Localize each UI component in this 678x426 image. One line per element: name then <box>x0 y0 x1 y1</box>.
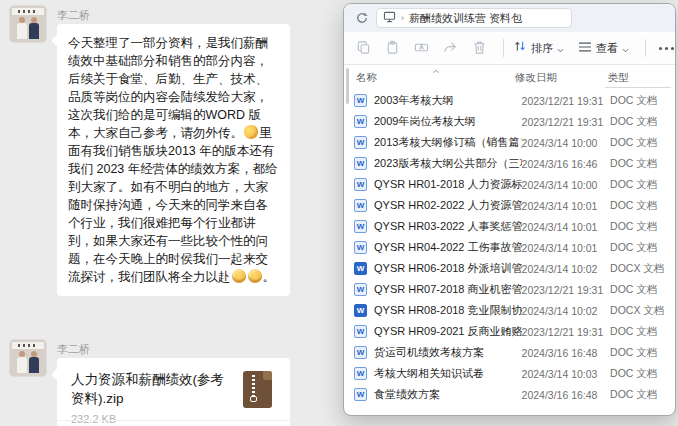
card-divider <box>57 420 290 421</box>
sort-ascending-icon <box>432 64 440 76</box>
table-row[interactable]: 2003年考核大纲2023/12/21 19:31DOC 文档 <box>354 90 671 111</box>
file-date: 2024/3/14 10:03 <box>522 368 611 380</box>
file-type: DOC 文档 <box>610 388 671 402</box>
table-row[interactable]: QYSR HR04-2022 工伤事故管理细则- ok2024/3/14 10:… <box>354 237 671 258</box>
explorer-toolbar: 排序 查看 <box>344 32 675 65</box>
file-date: 2024/3/16 16:46 <box>522 158 611 170</box>
word-doc-icon <box>354 304 367 317</box>
table-row[interactable]: 2009年岗位考核大纲2023/12/21 19:31DOC 文档 <box>354 111 671 132</box>
file-name: 2003年考核大纲 <box>374 93 522 108</box>
avatar-banner <box>12 8 44 15</box>
table-row[interactable]: QYSR HR03-2022 人事奖惩管理细则-ok2024/3/14 10:0… <box>354 216 671 237</box>
table-row[interactable]: QYSR HR08-2018 竞业限制协议2024/3/14 10:02DOCX… <box>354 300 671 321</box>
word-doc-icon <box>354 325 367 338</box>
file-name: QYSR HR04-2022 工伤事故管理细则- ok <box>374 240 522 255</box>
file-attachment-card[interactable]: 人力资源和薪酬绩效(参考资料).zip 232.2 KB <box>57 358 290 426</box>
breadcrumb: 薪酬绩效训练营 资料包 <box>409 11 522 26</box>
sort-button[interactable]: 排序 <box>513 39 564 57</box>
word-doc-icon <box>354 157 367 170</box>
word-doc-icon <box>354 241 367 254</box>
chevron-down-icon <box>557 39 564 57</box>
more-options-icon[interactable] <box>659 47 674 50</box>
file-date: 2023/12/21 19:31 <box>522 116 611 128</box>
rename-icon[interactable] <box>414 40 430 56</box>
word-doc-icon <box>354 262 367 275</box>
table-row[interactable]: 2023版考核大纲公共部分（三项基础考...2024/3/16 16:46DOC… <box>354 153 671 174</box>
table-row[interactable]: 2013考核大纲修订稿（销售篇）2024/3/14 10:00DOC 文档 <box>354 132 671 153</box>
folded-hands-emoji <box>243 124 259 140</box>
word-doc-icon <box>354 283 367 296</box>
wechat-chat-pane: 李二桥 今天整理了一部分资料，是我们薪酬绩效中基础部分和销售的部分内容，后续关于… <box>0 0 343 426</box>
word-doc-icon <box>354 220 367 233</box>
sort-label: 排序 <box>531 41 553 56</box>
paste-icon[interactable] <box>385 40 401 56</box>
file-date: 2024/3/14 10:02 <box>522 305 611 317</box>
chevron-down-icon <box>622 39 629 57</box>
view-label: 查看 <box>596 41 618 56</box>
table-row[interactable]: 货运司机绩效考核方案2024/3/16 16:48DOC 文档 <box>354 342 671 363</box>
sender-avatar[interactable] <box>10 6 46 42</box>
file-type: DOC 文档 <box>610 367 671 381</box>
refresh-icon[interactable] <box>353 9 371 27</box>
file-date: 2024/3/16 16:48 <box>522 389 611 401</box>
file-date: 2024/3/14 10:00 <box>522 137 611 149</box>
chat-message-text: 今天整理了一部分资料，是我们薪酬绩效中基础部分和销售的部分内容，后续关于食堂、后… <box>68 34 279 286</box>
file-name: 考核大纲相关知识试卷 <box>374 366 522 381</box>
file-type: DOC 文档 <box>610 115 671 129</box>
file-explorer-window: › 薪酬绩效训练营 资料包 排序 <box>343 3 676 416</box>
file-date: 2024/3/14 10:02 <box>522 263 611 275</box>
file-name: QYSR HR06-2018 外派培训管理细则 -ok <box>374 261 522 276</box>
file-date: 2024/3/14 10:00 <box>522 179 611 191</box>
file-date: 2024/3/16 16:48 <box>522 347 611 359</box>
address-bar[interactable]: › 薪酬绩效训练营 资料包 <box>376 8 572 28</box>
file-name: QYSR HR02-2022 人力资源管理规范 <box>374 198 522 213</box>
avatar-person-right <box>29 357 39 373</box>
table-row[interactable]: QYSR HR06-2018 外派培训管理细则 -ok2024/3/14 10:… <box>354 258 671 279</box>
avatar-banner <box>12 342 44 349</box>
table-row[interactable]: 食堂绩效方案2024/3/16 16:48DOC 文档 <box>354 384 671 405</box>
file-type: DOC 文档 <box>610 199 671 213</box>
file-date: 2023/12/21 19:31 <box>522 284 611 296</box>
word-doc-icon <box>354 115 367 128</box>
file-name: 食堂绩效方案 <box>374 387 522 402</box>
view-button[interactable]: 查看 <box>578 39 629 57</box>
file-name: 2013考核大纲修订稿（销售篇） <box>374 135 522 150</box>
table-row[interactable]: 考核大纲相关知识试卷2024/3/14 10:03DOC 文档 <box>354 363 671 384</box>
share-icon[interactable] <box>443 40 459 56</box>
table-row[interactable]: QYSR HR07-2018 商业机密管理规范2023/12/21 19:31D… <box>354 279 671 300</box>
column-header-type[interactable]: 类型 <box>607 71 671 85</box>
column-headers: 名称 修改日期 类型 <box>354 68 671 88</box>
file-date: 2024/3/14 10:01 <box>522 221 611 233</box>
breadcrumb-separator: › <box>401 13 404 23</box>
file-type: DOC 文档 <box>610 241 671 255</box>
table-row[interactable]: QYSR HR01-2018 人力资源标准2024/3/14 10:00DOC … <box>354 174 671 195</box>
toolbar-separator <box>645 39 646 57</box>
word-doc-icon <box>354 388 367 401</box>
table-row[interactable]: QYSR HR09-2021 反商业贿赂管理细则2023/12/21 19:31… <box>354 321 671 342</box>
file-name: QYSR HR01-2018 人力资源标准 <box>374 177 522 192</box>
column-header-date[interactable]: 修改日期 <box>515 71 607 85</box>
scrollbar-thumb[interactable] <box>346 68 349 104</box>
explorer-titlebar: › 薪酬绩效训练营 资料包 <box>344 4 675 32</box>
file-date: 2023/12/21 19:31 <box>522 95 611 107</box>
this-pc-icon <box>383 9 396 27</box>
file-name: QYSR HR09-2021 反商业贿赂管理细则 <box>374 324 522 339</box>
avatar-person-left <box>17 357 27 373</box>
avatar-person-right <box>29 23 39 39</box>
sender-avatar[interactable] <box>10 340 46 376</box>
word-doc-icon <box>354 178 367 191</box>
sender-name: 李二桥 <box>57 342 90 357</box>
view-list-icon <box>578 39 592 57</box>
file-type: DOC 文档 <box>610 157 671 171</box>
column-header-name[interactable]: 名称 <box>354 71 515 85</box>
word-doc-icon <box>354 346 367 359</box>
file-type: DOCX 文档 <box>610 262 671 276</box>
zip-file-icon <box>243 371 272 408</box>
file-date: 2024/3/14 10:01 <box>522 242 611 254</box>
file-name: 2009年岗位考核大纲 <box>374 114 522 129</box>
file-name: QYSR HR03-2022 人事奖惩管理细则-ok <box>374 219 522 234</box>
file-type: DOC 文档 <box>610 283 671 297</box>
copy-icon[interactable] <box>356 40 372 56</box>
table-row[interactable]: QYSR HR02-2022 人力资源管理规范2024/3/14 10:01DO… <box>354 195 671 216</box>
delete-icon[interactable] <box>472 40 488 56</box>
